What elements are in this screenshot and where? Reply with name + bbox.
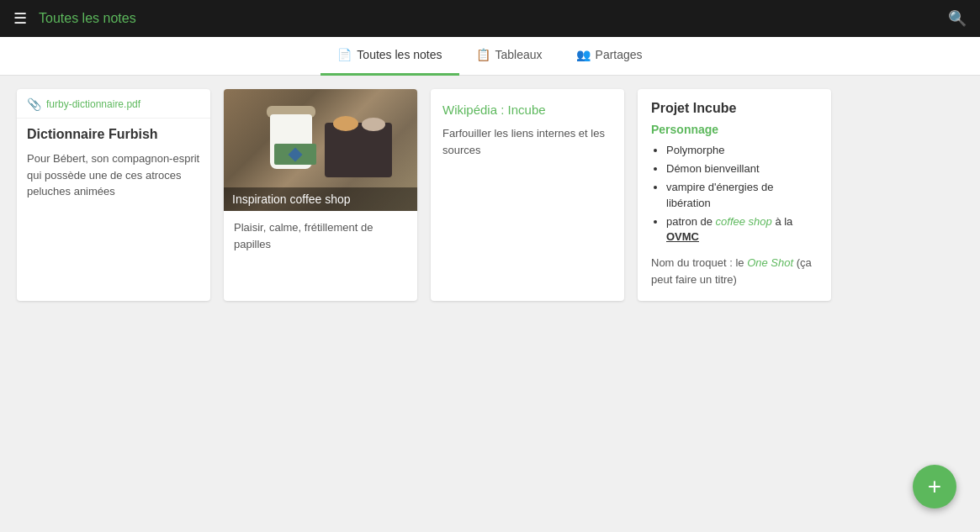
topbar: ☰ Toutes les notes 🔍 [0,0,980,37]
tab-tableaux[interactable]: 📋 Tableaux [459,37,559,76]
card-furbish-filename: furby-dictionnaire.pdf [46,98,140,110]
coffee-overlay-text: Inspiration coffee shop [224,187,417,211]
list-item: Démon bienveillant [666,161,818,176]
tab-tableaux-icon: 📋 [476,48,490,61]
card-projet-subtitle: Personnage [651,123,818,136]
card-furbish[interactable]: 📎 furby-dictionnaire.pdf Dictionnaire Fu… [17,89,210,301]
card-wiki-text: Farfouiller les liens internes et les so… [442,125,612,158]
card-projet[interactable]: Projet Incube Personnage Polymorphe Démo… [638,89,831,301]
list-item: vampire d'énergies de libération [666,180,818,210]
card-coffee-image: Inspiration coffee shop [224,89,417,211]
card-furbish-body: Dictionnaire Furbish Pour Bébert, son co… [17,119,210,208]
menu-icon[interactable]: ☰ [13,9,27,28]
tab-partages-icon: 👥 [576,48,591,61]
list-item: Polymorphe [666,143,818,158]
tab-partages[interactable]: 👥 Partages [559,37,660,76]
tab-notes-label: Toutes les notes [357,48,442,61]
card-furbish-text: Pour Bébert, son compagnon-esprit qui po… [27,150,200,200]
card-projet-list: Polymorphe Démon bienveillant vampire d'… [651,143,818,245]
tabbar: 📄 Toutes les notes 📋 Tableaux 👥 Partages [0,37,980,76]
tab-partages-label: Partages [596,48,643,61]
card-wiki[interactable]: Wikipédia : Incube Farfouiller les liens… [431,89,624,301]
card-projet-title: Projet Incube [651,101,818,116]
list-item: patron de coffee shop à la OVMC [666,214,818,245]
fab-add-button[interactable]: + [913,465,956,508]
search-icon[interactable]: 🔍 [948,9,967,28]
tab-tableaux-label: Tableaux [495,48,543,61]
tab-notes[interactable]: 📄 Toutes les notes [320,37,458,76]
card-furbish-header: 📎 furby-dictionnaire.pdf [17,89,210,119]
card-coffee-body: Plaisir, calme, frétillement de papilles [224,211,417,264]
card-wiki-title: Wikipédia : Incube [442,103,612,117]
coffee-cup-decoration [266,106,316,173]
main-content: 📎 furby-dictionnaire.pdf Dictionnaire Fu… [0,76,980,314]
paperclip-icon: 📎 [27,97,41,111]
topbar-left: ☰ Toutes les notes [13,9,136,28]
card-projet-note: Nom du troquet : le One Shot (ça peut fa… [651,255,818,287]
tab-notes-icon: 📄 [337,48,352,61]
card-coffee-text: Plaisir, calme, frétillement de papilles [234,219,407,252]
topbar-title: Toutes les notes [39,11,136,26]
macaron-box-decoration [325,123,392,177]
card-furbish-title: Dictionnaire Furbish [27,127,200,142]
card-coffee[interactable]: Inspiration coffee shop Plaisir, calme, … [224,89,417,301]
